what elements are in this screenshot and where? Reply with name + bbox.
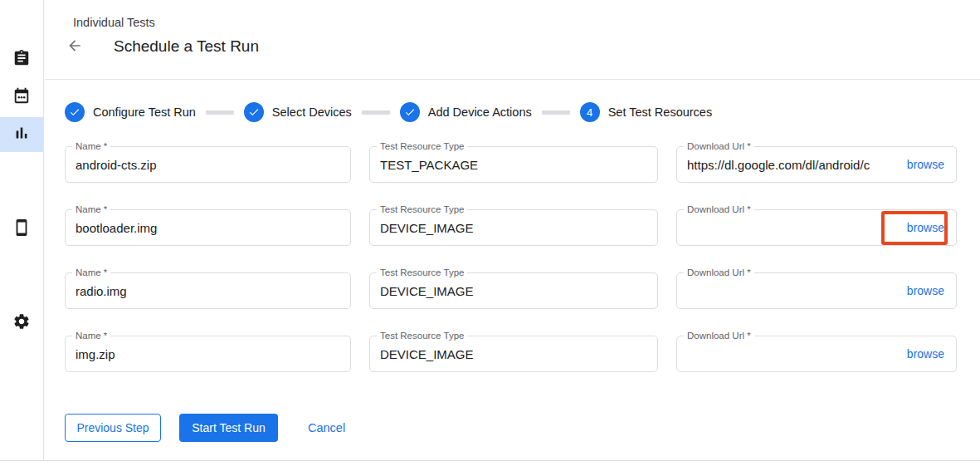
step-configure-test-run[interactable]: Configure Test Run	[65, 102, 196, 122]
window-bottom-divider	[0, 460, 980, 461]
sidebar-item-settings[interactable]	[0, 306, 43, 341]
download-url-field[interactable]: Download Url * browse	[676, 209, 957, 246]
main-content: Individual Tests Schedule a Test Run Con…	[45, 0, 980, 466]
sidebar	[0, 0, 44, 461]
name-input[interactable]	[66, 273, 350, 308]
step-label: Add Device Actions	[428, 105, 532, 119]
step-set-test-resources[interactable]: 4 Set Test Resources	[580, 102, 712, 122]
smartphone-icon	[12, 218, 31, 240]
name-input[interactable]	[66, 336, 350, 371]
step-connector	[542, 110, 570, 115]
download-url-field[interactable]: Download Url * browse	[676, 272, 957, 309]
sidebar-item-test-plans[interactable]	[0, 80, 43, 115]
name-field[interactable]: Name *	[65, 336, 351, 372]
step-connector	[206, 110, 234, 115]
step-number-badge: 4	[580, 102, 600, 122]
download-url-field-label: Download Url *	[684, 331, 754, 341]
resource-type-field[interactable]: Test Resource Type	[369, 146, 658, 183]
sidebar-item-devices[interactable]	[0, 212, 43, 247]
test-resources-form: Name * Test Resource Type Download Url *…	[65, 146, 980, 372]
app-window: Individual Tests Schedule a Test Run Con…	[0, 0, 980, 466]
resource-type-input[interactable]	[370, 210, 657, 245]
previous-step-button[interactable]: Previous Step	[65, 414, 161, 442]
download-url-input[interactable]	[677, 210, 907, 245]
back-button[interactable]	[65, 37, 85, 57]
browse-link[interactable]: browse	[907, 284, 956, 297]
breadcrumb: Individual Tests	[73, 16, 155, 29]
name-field-label: Name *	[72, 204, 110, 215]
browse-link[interactable]: browse	[907, 158, 956, 171]
cancel-button[interactable]: Cancel	[308, 414, 345, 442]
step-select-devices[interactable]: Select Devices	[244, 102, 352, 122]
bar-chart-icon	[12, 124, 31, 145]
name-input[interactable]	[66, 147, 350, 182]
calendar-icon	[12, 86, 31, 108]
name-input[interactable]	[66, 210, 350, 245]
download-url-field[interactable]: Download Url * browse	[676, 336, 957, 372]
name-field-label: Name *	[72, 141, 110, 152]
clipboard-icon	[12, 49, 31, 71]
resource-type-field-label: Test Resource Type	[377, 141, 467, 152]
resource-type-field-label: Test Resource Type	[377, 204, 467, 215]
resource-type-field-label: Test Resource Type	[377, 267, 467, 278]
form-actions: Previous Step Start Test Run Cancel	[65, 414, 980, 442]
step-complete-icon	[244, 102, 264, 122]
name-field[interactable]: Name *	[65, 272, 351, 309]
download-url-input[interactable]	[677, 147, 907, 182]
resource-type-field[interactable]: Test Resource Type	[369, 336, 658, 372]
step-label: Select Devices	[272, 105, 352, 119]
step-label: Configure Test Run	[93, 105, 196, 119]
resource-type-input[interactable]	[370, 273, 657, 308]
download-url-input[interactable]	[677, 273, 907, 308]
step-connector	[362, 110, 390, 115]
download-url-field-label: Download Url *	[684, 141, 754, 152]
download-url-field[interactable]: Download Url * browse	[676, 146, 957, 183]
name-field[interactable]: Name *	[65, 146, 351, 183]
sidebar-item-test-runs[interactable]	[0, 117, 43, 152]
resource-type-field-label: Test Resource Type	[377, 331, 467, 341]
sidebar-item-tests[interactable]	[0, 42, 43, 77]
browse-link[interactable]: browse	[907, 221, 956, 234]
step-complete-icon	[65, 102, 85, 122]
name-field-label: Name *	[72, 331, 110, 341]
page-header: Individual Tests Schedule a Test Run	[45, 0, 980, 80]
step-label: Set Test Resources	[608, 105, 712, 119]
arrow-back-icon	[66, 37, 83, 57]
stepper: Configure Test Run Select Devices Add De…	[65, 102, 980, 122]
browse-link[interactable]: browse	[907, 347, 956, 361]
resource-type-input[interactable]	[370, 336, 657, 371]
download-url-input[interactable]	[677, 336, 907, 371]
name-field[interactable]: Name *	[65, 209, 351, 246]
step-complete-icon	[400, 102, 420, 122]
resource-type-field[interactable]: Test Resource Type	[369, 209, 658, 246]
start-test-run-button[interactable]: Start Test Run	[179, 414, 278, 442]
name-field-label: Name *	[72, 267, 110, 278]
download-url-field-label: Download Url *	[684, 204, 754, 215]
resource-type-field[interactable]: Test Resource Type	[369, 272, 658, 309]
gear-icon	[12, 312, 31, 334]
download-url-field-label: Download Url *	[684, 267, 754, 278]
page-title: Schedule a Test Run	[114, 37, 259, 56]
step-add-device-actions[interactable]: Add Device Actions	[400, 102, 532, 122]
resource-type-input[interactable]	[370, 147, 657, 182]
